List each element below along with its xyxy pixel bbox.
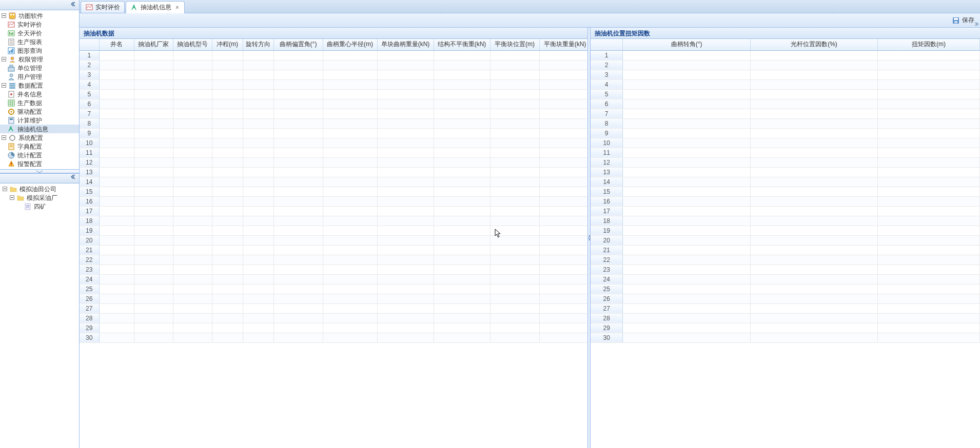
table-row[interactable]: 8: [591, 118, 980, 128]
grid-cell[interactable]: [323, 226, 377, 235]
grid-cell[interactable]: [377, 216, 434, 226]
grid-cell[interactable]: [377, 148, 434, 157]
grid-cell[interactable]: [212, 226, 243, 235]
column-header[interactable]: 井名: [99, 39, 134, 50]
grid-cell[interactable]: [434, 128, 490, 138]
grid-cell[interactable]: [273, 138, 323, 148]
grid-cell[interactable]: [377, 167, 434, 177]
grid-cell[interactable]: [878, 128, 980, 138]
grid-cell[interactable]: [539, 264, 587, 274]
grid-cell[interactable]: [99, 187, 134, 196]
grid-cell[interactable]: [173, 128, 212, 138]
grid-cell[interactable]: [134, 128, 173, 138]
nav-item-4[interactable]: 图形查询: [0, 46, 79, 55]
table-row[interactable]: 4: [80, 79, 587, 89]
grid-cell[interactable]: [750, 206, 877, 216]
grid-cell[interactable]: [539, 109, 587, 118]
grid-cell[interactable]: [878, 274, 980, 284]
grid-cell[interactable]: [434, 60, 490, 70]
grid-cell[interactable]: [878, 226, 980, 235]
nav-item-14[interactable]: 系统配置: [0, 133, 79, 142]
grid-cell[interactable]: [490, 177, 539, 187]
grid-cell[interactable]: [323, 294, 377, 303]
grid-cell[interactable]: [750, 333, 877, 342]
grid-cell[interactable]: [377, 235, 434, 245]
grid-cell[interactable]: [323, 274, 377, 284]
grid-cell[interactable]: [134, 323, 173, 333]
nav-item-1[interactable]: 实时评价: [0, 20, 79, 29]
column-header[interactable]: 结构不平衡重(kN): [434, 39, 490, 50]
grid-cell[interactable]: [377, 226, 434, 235]
table-row[interactable]: 17: [80, 206, 587, 216]
grid-cell[interactable]: [377, 206, 434, 216]
grid-cell[interactable]: [243, 118, 273, 128]
grid-cell[interactable]: [623, 226, 750, 235]
table-row[interactable]: 23: [80, 264, 587, 274]
grid-cell[interactable]: [750, 60, 877, 70]
grid-cell[interactable]: [273, 245, 323, 255]
org-item-1[interactable]: 模拟采油厂: [0, 193, 79, 202]
grid-cell[interactable]: [273, 303, 323, 313]
grid-cell[interactable]: [878, 167, 980, 177]
table-row[interactable]: 9: [80, 128, 587, 138]
grid-cell[interactable]: [539, 138, 587, 148]
grid-cell[interactable]: [323, 157, 377, 167]
grid-cell[interactable]: [878, 303, 980, 313]
grid-cell[interactable]: [134, 138, 173, 148]
grid-cell[interactable]: [750, 264, 877, 274]
table-row[interactable]: 28: [591, 313, 980, 323]
tree-toggle-icon[interactable]: [0, 82, 7, 89]
nav-item-16[interactable]: 统计配置: [0, 151, 79, 159]
grid-cell[interactable]: [539, 196, 587, 206]
column-header[interactable]: 光杆位置因数(%): [750, 39, 877, 50]
grid-cell[interactable]: [134, 99, 173, 109]
grid-cell[interactable]: [212, 109, 243, 118]
table-row[interactable]: 14: [591, 177, 980, 187]
grid-cell[interactable]: [134, 245, 173, 255]
grid-cell[interactable]: [623, 128, 750, 138]
grid-cell[interactable]: [173, 303, 212, 313]
table-row[interactable]: 21: [80, 245, 587, 255]
grid-cell[interactable]: [99, 303, 134, 313]
grid-cell[interactable]: [539, 128, 587, 138]
table-row[interactable]: 25: [591, 284, 980, 294]
grid-cell[interactable]: [134, 118, 173, 128]
grid-cell[interactable]: [134, 177, 173, 187]
grid-cell[interactable]: [273, 323, 323, 333]
grid-cell[interactable]: [243, 128, 273, 138]
table-row[interactable]: 3: [80, 70, 587, 79]
grid-cell[interactable]: [434, 216, 490, 226]
grid-cell[interactable]: [173, 235, 212, 245]
grid-cell[interactable]: [623, 89, 750, 99]
grid-cell[interactable]: [490, 206, 539, 216]
grid-cell[interactable]: [99, 245, 134, 255]
grid-cell[interactable]: [243, 167, 273, 177]
grid-cell[interactable]: [750, 303, 877, 313]
grid-cell[interactable]: [623, 284, 750, 294]
nav-item-17[interactable]: 报警配置: [0, 159, 79, 168]
grid-cell[interactable]: [212, 303, 243, 313]
grid-cell[interactable]: [750, 138, 877, 148]
grid-cell[interactable]: [539, 235, 587, 245]
grid-cell[interactable]: [243, 157, 273, 167]
tree-toggle-icon[interactable]: [1, 186, 8, 193]
grid-cell[interactable]: [273, 177, 323, 187]
table-row[interactable]: 28: [80, 313, 587, 323]
grid-cell[interactable]: [377, 70, 434, 79]
nav-item-7[interactable]: 用户管理: [0, 72, 79, 81]
grid-cell[interactable]: [173, 177, 212, 187]
grid-cell[interactable]: [539, 60, 587, 70]
grid-cell[interactable]: [243, 196, 273, 206]
grid-cell[interactable]: [878, 89, 980, 99]
grid-cell[interactable]: [173, 264, 212, 274]
grid-cell[interactable]: [878, 138, 980, 148]
grid-cell[interactable]: [539, 148, 587, 157]
nav-item-3[interactable]: 生产报表: [0, 37, 79, 46]
grid-cell[interactable]: [173, 89, 212, 99]
grid-cell[interactable]: [212, 245, 243, 255]
grid-cell[interactable]: [243, 245, 273, 255]
grid-cell[interactable]: [539, 284, 587, 294]
grid-cell[interactable]: [173, 60, 212, 70]
grid-cell[interactable]: [377, 323, 434, 333]
grid-cell[interactable]: [490, 294, 539, 303]
